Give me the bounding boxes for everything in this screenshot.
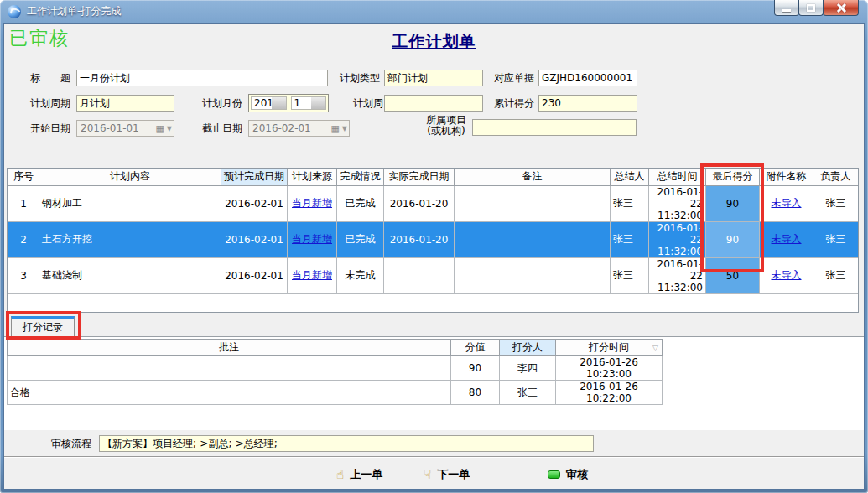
- hand-up-icon: ☝: [336, 468, 344, 481]
- col-header-status[interactable]: 完成情况: [337, 169, 384, 185]
- table-row[interactable]: 90 李四 2016-01-26 10:23:00: [8, 356, 663, 381]
- col-header-comment[interactable]: 批注: [8, 340, 451, 356]
- calendar-icon: ▦: [155, 123, 164, 134]
- cell-actual: 2016-01-20: [384, 221, 455, 257]
- next-record-button[interactable]: ☟ 下一单: [424, 467, 470, 482]
- cell-summarizer: 张三: [611, 185, 649, 221]
- col-header-score-time[interactable]: 打分时间 ▽: [556, 340, 663, 356]
- plan-month-control: 2016 1: [248, 94, 329, 112]
- source-link[interactable]: 当月新增: [292, 269, 332, 281]
- cell-source: 当月新增: [288, 221, 337, 257]
- plan-week-input[interactable]: [384, 95, 483, 112]
- doc-no-input[interactable]: [538, 70, 637, 86]
- attachment-link[interactable]: 未导入: [772, 269, 802, 281]
- total-score-input[interactable]: [538, 95, 637, 112]
- plan-table-header: 序号 计划内容 预计完成日期 计划来源 完成情况 实际完成日期 备注 总结人 总…: [8, 169, 859, 185]
- previous-record-button[interactable]: ☝ 上一单: [336, 467, 382, 482]
- plan-cycle-input[interactable]: [76, 95, 174, 112]
- cell-score: 80: [451, 381, 500, 405]
- plan-month-stepper[interactable]: 1: [291, 96, 327, 110]
- cell-status: 已完成: [337, 185, 384, 221]
- attachment-link[interactable]: 未导入: [772, 197, 802, 209]
- score-table: 批注 分值 打分人 打分时间 ▽ 90 李四 2016-01-26 10:23:…: [7, 339, 663, 405]
- page-title: 工作计划单: [4, 31, 864, 53]
- cell-summary-time: 2016-01-22 11:32:00: [649, 257, 706, 293]
- review-label: 审核: [566, 467, 588, 482]
- start-date-label: 开始日期: [30, 120, 70, 137]
- cell-remark: [455, 221, 611, 257]
- col-header-final-score[interactable]: 最后得分: [706, 169, 760, 185]
- cell-final-score: 90: [706, 185, 760, 221]
- col-header-remark[interactable]: 备注: [455, 169, 611, 185]
- plan-year-stepper[interactable]: 2016: [251, 96, 287, 110]
- col-header-summarizer[interactable]: 总结人: [611, 169, 649, 185]
- cell-expected: 2016-02-01: [221, 257, 288, 293]
- end-date-label: 截止日期: [202, 120, 242, 137]
- start-date-picker[interactable]: 2016-01-01 ▦ ▼: [76, 120, 174, 137]
- table-row[interactable]: 合格 80 张三 2016-01-26 10:22:00: [8, 381, 663, 405]
- end-date-picker[interactable]: 2016-02-01 ▦ ▼: [248, 120, 350, 137]
- cell-expected: 2016-02-01: [221, 185, 288, 221]
- chevron-down-icon: ▼: [342, 125, 347, 132]
- col-header-owner[interactable]: 负责人: [813, 169, 859, 185]
- col-header-summary-time[interactable]: 总结时间: [649, 169, 706, 185]
- cell-final-score: 90: [706, 221, 760, 257]
- cell-seq: 2: [8, 221, 39, 257]
- cell-remark: [455, 185, 611, 221]
- calendar-icon: ▦: [330, 123, 339, 134]
- plan-type-label: 计划类型: [340, 70, 380, 86]
- source-link[interactable]: 当月新增: [292, 233, 332, 245]
- col-header-source[interactable]: 计划来源: [288, 169, 337, 185]
- col-header-scorer[interactable]: 打分人: [500, 340, 556, 356]
- maximize-button[interactable]: [798, 0, 824, 16]
- cell-owner: 张三: [813, 221, 859, 257]
- cell-summary-time: 2016-01-22 11:32:00: [649, 221, 706, 257]
- plan-table: 序号 计划内容 预计完成日期 计划来源 完成情况 实际完成日期 备注 总结人 总…: [7, 168, 859, 313]
- col-header-seq[interactable]: 序号: [8, 169, 39, 185]
- cell-score-time: 2016-01-26 10:23:00: [556, 356, 663, 381]
- review-flow-input[interactable]: [99, 435, 594, 452]
- sort-icon: ▽: [652, 344, 658, 352]
- cell-attachment: 未导入: [760, 257, 813, 293]
- cell-comment: [8, 356, 451, 381]
- review-button[interactable]: 审核: [548, 467, 588, 482]
- minimize-button[interactable]: [774, 0, 799, 16]
- minimize-icon: [782, 9, 791, 12]
- tab-strip-line: [4, 319, 864, 319]
- project-input[interactable]: [472, 119, 637, 136]
- doc-no-label: 对应单据: [494, 70, 534, 86]
- title-input[interactable]: [76, 70, 328, 86]
- col-header-expected-date[interactable]: 预计完成日期: [221, 169, 288, 185]
- hand-down-icon: ☟: [424, 468, 431, 481]
- attachment-link[interactable]: 未导入: [772, 233, 802, 245]
- app-icon: [8, 5, 21, 18]
- cell-actual: 2016-01-20: [384, 185, 455, 221]
- end-date-value: 2016-02-01: [252, 122, 330, 134]
- form-body: 已审核 工作计划单 标 题 计划类型 对应单据 计划周期 计划月份 2016 1…: [3, 23, 865, 490]
- plan-type-input[interactable]: [384, 70, 483, 86]
- title-bar: 工作计划单-打分完成: [0, 0, 868, 23]
- table-row[interactable]: 3 基础浇制 2016-02-01 当月新增 未完成 张三 2016-01-22…: [8, 257, 859, 293]
- cell-status: 未完成: [337, 257, 384, 293]
- cell-owner: 张三: [813, 185, 859, 221]
- col-header-score[interactable]: 分值: [451, 340, 500, 356]
- table-row-selected[interactable]: 2 土石方开挖 2016-02-01 当月新增 已完成 2016-01-20 张…: [8, 221, 859, 257]
- cell-remark: [455, 257, 611, 293]
- col-header-content[interactable]: 计划内容: [39, 169, 221, 185]
- source-link[interactable]: 当月新增: [292, 197, 332, 209]
- cell-content: 基础浇制: [39, 257, 221, 293]
- table-row[interactable]: 1 钢材加工 2016-02-01 当月新增 已完成 2016-01-20 张三…: [8, 185, 859, 221]
- cell-source: 当月新增: [288, 257, 337, 293]
- cell-score: 90: [451, 356, 500, 381]
- previous-record-label: 上一单: [350, 467, 382, 482]
- title-label: 标 题: [30, 70, 70, 86]
- close-button[interactable]: [823, 0, 859, 16]
- app-window: 工作计划单-打分完成 已审核 工作计划单 标 题 计划类型 对应单据 计划周期 …: [0, 0, 868, 493]
- tab-score-records[interactable]: 打分记录: [11, 316, 75, 337]
- cell-comment: 合格: [8, 381, 451, 405]
- cell-owner: 张三: [813, 257, 859, 293]
- close-icon: [836, 3, 846, 13]
- col-header-attachment[interactable]: 附件名称: [760, 169, 813, 185]
- col-header-actual-date[interactable]: 实际完成日期: [384, 169, 455, 185]
- cell-seq: 1: [8, 185, 39, 221]
